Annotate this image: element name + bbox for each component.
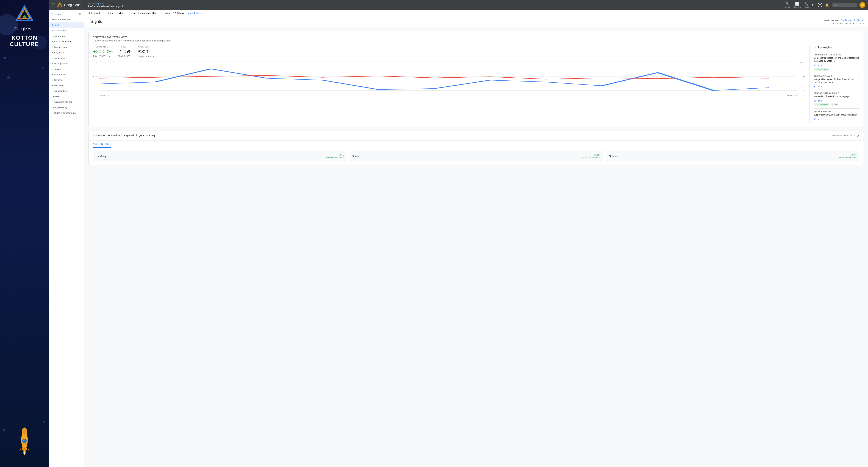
nav-logo-text: Google Ads [64, 3, 81, 7]
sidebar-item-recommendations[interactable]: Recommendations [49, 17, 84, 22]
sidebar-item-audiences[interactable]: ▶ Audiences [49, 55, 84, 61]
sidebar-item-devices[interactable]: Devices [49, 94, 84, 99]
search-bar[interactable]: su [832, 3, 857, 7]
cost-metric: Cost 2.15% Total: ₹2800 [118, 45, 132, 58]
arrow-up-icon: ↑ [815, 104, 816, 106]
avatar[interactable]: SU [860, 2, 865, 8]
audience-more-link[interactable]: +2 more [814, 86, 822, 88]
arrow-up-icon: ↑ [832, 104, 833, 106]
nav-label: Insights [52, 24, 60, 26]
sidebar-item-locations[interactable]: ▶ Locations [49, 83, 84, 88]
zoom-table: Handbag +30% +1400 conversions Shoes +30… [89, 148, 864, 165]
sidebar-item-topics[interactable]: ▶ Topics [49, 66, 84, 72]
sidebar-item-campaigns[interactable]: ▶ Campaigns [49, 28, 84, 33]
conversions-value: +30.00% [93, 49, 113, 55]
last-updated: Last updated: Mar 7, 2024 [831, 134, 856, 137]
cost-value: 2.15% [118, 49, 132, 55]
chevron-icon: ▶ [52, 57, 53, 59]
zoom-title: Zoom in on conversion changes within you… [93, 134, 156, 137]
nav-label: Recommendations [52, 18, 71, 21]
nav-label: Ad schedule [54, 90, 67, 92]
consumer-more-link[interactable]: +1 more [814, 64, 822, 67]
nav-label: Demographics [54, 62, 69, 65]
sidebar-item-advbid[interactable]: ▶ Advanced bid adj. [49, 99, 84, 105]
conversions-label: Converstions [93, 45, 113, 48]
auction-more-link[interactable]: +1 more [814, 118, 822, 121]
change-tags: ↑ Conversions ↑ Cost [814, 103, 859, 106]
change-more-link[interactable]: +2 more [814, 100, 822, 102]
auction-insight: AUCTION INSIGHT support@kottonculture.co… [814, 109, 859, 123]
brand-sidebar: Google Ads KOTTON CULTURE [0, 0, 49, 467]
sidebar-item-adgroups[interactable]: ▶ Ad groups [49, 33, 84, 39]
enabled-label: Enabled [91, 12, 100, 14]
sidebar-item-placements[interactable]: ▶ Placements [49, 72, 84, 77]
cost-sub: Total: ₹2800 [118, 55, 132, 58]
y-label-mid: 1500 [93, 75, 97, 77]
campaign-name: Perfomance-Max-Campaign 1 [88, 5, 123, 8]
sidebar-item-ads[interactable]: ▶ Ads & extensions [49, 39, 84, 44]
sidebar-item-keywords[interactable]: ▶ Keywords [49, 50, 84, 55]
y-label-right-top: ₹2800 [800, 61, 805, 64]
sidebar-item-insights[interactable]: Insights [49, 22, 84, 28]
home-icon: 🏠 [79, 13, 81, 15]
nav-label: Campaigns [54, 29, 66, 32]
chart-svg-container [99, 61, 797, 92]
insight-type-auction: AUCTION INSIGHT [814, 111, 859, 113]
cost-label: Cost [118, 45, 132, 48]
hamburger-menu-icon[interactable]: ☰ [52, 3, 55, 7]
page-header: Insights Week over week Jun 18 - Jul 24 … [84, 16, 868, 27]
sidebar-item-settings[interactable]: ▶ Settings [49, 77, 84, 83]
insight-text-consumer: Searches for "Bedsheet" and 2 other cate… [814, 57, 859, 63]
chevron-icon: ▶ [52, 30, 53, 32]
zoom-item-handbag: Handbag +30% +1400 conversions [93, 151, 346, 162]
collapse-button[interactable]: ∧ [857, 134, 859, 137]
handbag-pct: +30% [326, 154, 344, 157]
nav-label: Drafts & experiments [54, 111, 75, 114]
sidebar-item-adschedule[interactable]: ▶ Ad schedule [49, 88, 84, 94]
more-details-button[interactable]: More details ▾ [188, 12, 202, 14]
nav-label: Audiences [54, 57, 65, 59]
zoom-header: Zoom in on conversion changes within you… [89, 131, 864, 140]
type-label: Type : Performance Max [131, 12, 156, 14]
svg-point-18 [58, 6, 59, 7]
change-history-insight: CHANGE HISTORY INSIGHT You added 19 asse… [814, 90, 859, 109]
shoes-pct: +30% [582, 154, 600, 157]
tab-asset-groups[interactable]: ASSET GROUPS [93, 140, 111, 148]
skincare-pct: +30% [839, 154, 857, 157]
date-period-label: Week over week [824, 19, 839, 22]
svg-marker-10 [19, 447, 21, 452]
tools-icon[interactable]: 🔧 TOOLS [804, 2, 809, 8]
sidebar-item-landing[interactable]: ▶ Landing pages [49, 44, 84, 50]
notifications-icon[interactable]: 🔔 [825, 3, 829, 7]
y-axis-right: ₹2800 ₹0 0 [800, 61, 805, 92]
date-range-selector[interactable]: Week over week Jun 18 - Jul 24 2024 ▼ [824, 19, 864, 22]
chevron-icon: ▶ [52, 35, 53, 37]
x-label-end: Jul 23, 2024 [786, 95, 797, 97]
insight-text-audience: You provided signals for Bed Sheet, Curt… [814, 78, 859, 84]
refresh-icon[interactable]: ↻ [812, 3, 815, 7]
all-campaigns-link[interactable]: All campaigns > [88, 2, 123, 5]
nav-label: Devices [52, 95, 60, 98]
chevron-icon: ▶ [52, 40, 53, 42]
dropdown-arrow-icon: ▼ [862, 19, 864, 22]
svg-point-9 [23, 439, 24, 441]
shoes-conv: +1400 conversions [582, 157, 600, 159]
metrics-row: Converstions +30.00% Total: 20,000 conv [93, 45, 805, 58]
cpa-label: Actual CPA [138, 45, 155, 48]
arrow-up-icon: ↑ [815, 68, 816, 70]
sidebar-item-demographics[interactable]: ▶ Demographics [49, 61, 84, 66]
chevron-icon: ▶ [52, 68, 53, 70]
app-container: ☰ Google Ads All campaigns > Perfomance-… [49, 0, 868, 467]
svg-point-6 [22, 428, 27, 435]
help-icon[interactable]: ? [818, 3, 822, 7]
sidebar-item-overview[interactable]: Overview 🏠 [49, 11, 84, 17]
goto-icon[interactable]: 🔍 GO TO [785, 2, 790, 8]
change-conversions-tag: ↑ Conversions [814, 103, 829, 106]
chevron-icon: ▶ [52, 112, 53, 114]
compared-range: Compared: Jun 24 - Jul 27 2024 [833, 22, 864, 25]
sidebar-item-drafts[interactable]: ▶ Drafts & experiments [49, 110, 84, 116]
blue-line-indicator [93, 46, 95, 47]
sidebar-item-changehistory[interactable]: Change history [49, 105, 84, 110]
reports-icon[interactable]: 📊 REPORTS [793, 2, 801, 8]
line-chart: 3000 1500 0 ₹2800 ₹0 0 [93, 61, 805, 97]
